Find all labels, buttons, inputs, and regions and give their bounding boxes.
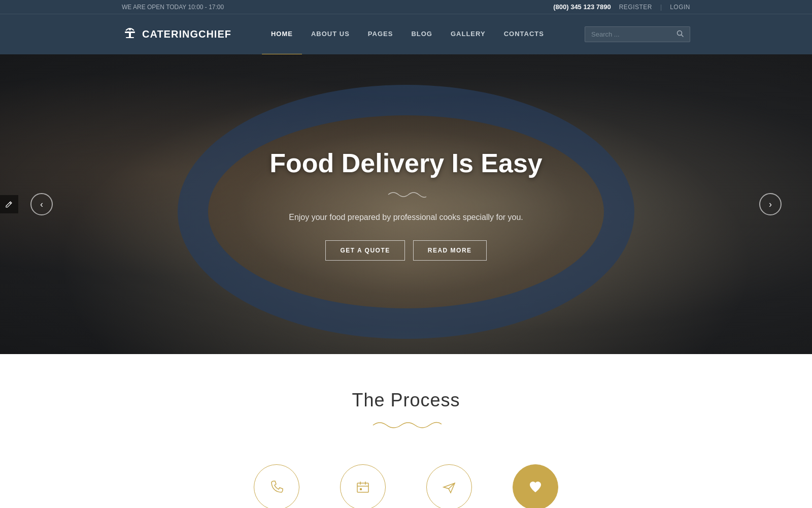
process-title: The Process bbox=[122, 390, 690, 411]
header: CATERINGCHIEF HOME ABOUT US PAGES BLOG G… bbox=[0, 14, 812, 54]
svg-rect-11 bbox=[360, 488, 362, 490]
process-icons bbox=[122, 464, 690, 508]
search-input[interactable] bbox=[591, 30, 672, 38]
hero-buttons: GET A QUOTE READ MORE bbox=[203, 240, 609, 261]
svg-rect-1 bbox=[125, 31, 135, 33]
hero-subtitle: Enjoy your food prepared by professional… bbox=[203, 213, 609, 222]
edit-button[interactable] bbox=[0, 195, 18, 213]
nav-home[interactable]: HOME bbox=[262, 14, 302, 55]
separator: | bbox=[660, 4, 662, 11]
hours-text: WE ARE OPEN TODAY 10:00 - 17:00 bbox=[122, 4, 224, 11]
nav-pages[interactable]: PAGES bbox=[359, 14, 402, 55]
process-icon-phone bbox=[254, 464, 299, 508]
hero-section: Food Delivery Is Easy Enjoy your food pr… bbox=[0, 54, 812, 354]
process-squiggle bbox=[122, 419, 690, 434]
process-section: The Process bbox=[0, 354, 812, 508]
svg-point-0 bbox=[129, 28, 131, 30]
svg-line-6 bbox=[10, 203, 11, 204]
main-nav: HOME ABOUT US PAGES BLOG GALLERY CONTACT… bbox=[262, 14, 585, 55]
logo[interactable]: CATERINGCHIEF bbox=[122, 24, 231, 44]
read-more-button[interactable]: READ MORE bbox=[413, 240, 487, 261]
slider-prev-button[interactable]: ‹ bbox=[30, 193, 53, 215]
top-bar-right: (800) 345 123 7890 REGISTER | LOGIN bbox=[553, 3, 690, 11]
nav-about[interactable]: ABOUT US bbox=[302, 14, 359, 55]
process-icon-send bbox=[426, 464, 472, 508]
process-icon-calendar bbox=[340, 464, 386, 508]
hero-content: Food Delivery Is Easy Enjoy your food pr… bbox=[203, 148, 609, 261]
phone-number: (800) 345 123 7890 bbox=[553, 3, 611, 11]
search-button[interactable] bbox=[676, 30, 684, 39]
svg-rect-7 bbox=[357, 483, 368, 492]
slider-next-button[interactable]: › bbox=[759, 193, 782, 215]
hero-squiggle bbox=[203, 188, 609, 203]
logo-icon bbox=[122, 24, 138, 44]
login-link[interactable]: LOGIN bbox=[670, 4, 690, 11]
nav-blog[interactable]: BLOG bbox=[402, 14, 442, 55]
svg-line-5 bbox=[682, 35, 684, 37]
hero-title: Food Delivery Is Easy bbox=[203, 148, 609, 178]
process-icon-heart bbox=[513, 464, 558, 508]
register-link[interactable]: REGISTER bbox=[619, 4, 652, 11]
get-quote-button[interactable]: GET A QUOTE bbox=[325, 240, 404, 261]
nav-gallery[interactable]: GALLERY bbox=[442, 14, 495, 55]
nav-contacts[interactable]: CONTACTS bbox=[495, 14, 553, 55]
logo-text: CATERINGCHIEF bbox=[142, 28, 231, 40]
svg-rect-3 bbox=[126, 37, 134, 38]
search-box bbox=[585, 26, 690, 42]
svg-rect-2 bbox=[129, 33, 131, 37]
top-bar: WE ARE OPEN TODAY 10:00 - 17:00 (800) 34… bbox=[0, 0, 812, 14]
